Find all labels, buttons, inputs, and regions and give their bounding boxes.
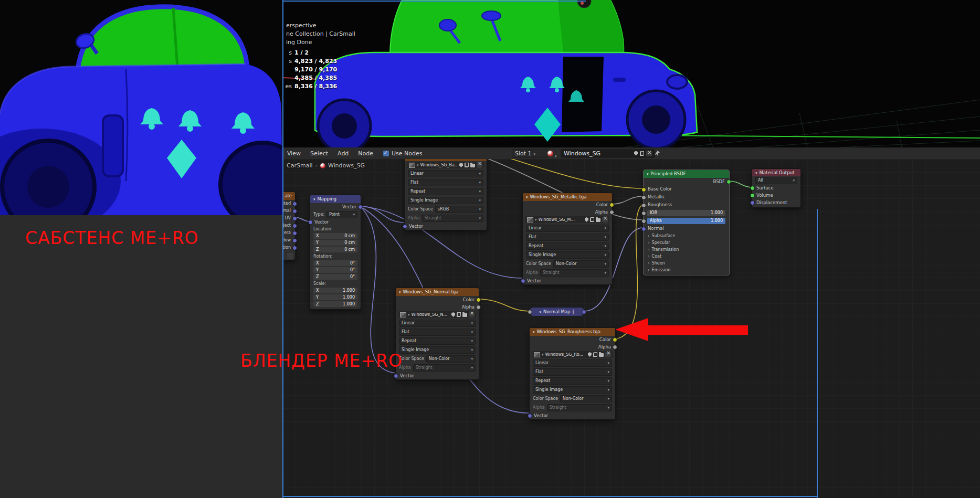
socket-vector-in[interactable] xyxy=(394,374,398,378)
extension-select[interactable]: Repeat xyxy=(526,242,609,250)
material-browse-icon[interactable] xyxy=(547,151,553,156)
section-sheen[interactable]: Sheen xyxy=(644,260,729,267)
chevron-down-icon[interactable] xyxy=(542,353,544,357)
node-normal-map[interactable]: Normal Map xyxy=(529,307,585,316)
extension-select[interactable]: Repeat xyxy=(399,337,476,345)
collapse-caret-icon[interactable] xyxy=(540,309,542,314)
menu-select[interactable]: Select xyxy=(305,150,333,157)
color-space-select[interactable]: Non-Color xyxy=(553,260,609,268)
source-select[interactable]: Single Image xyxy=(399,346,476,354)
node-mapping[interactable]: Mapping Vector Type: Point Vector Locati… xyxy=(310,195,361,310)
socket-alpha-in[interactable] xyxy=(641,219,646,224)
fake-user-icon[interactable] xyxy=(459,163,463,167)
collapse-caret-icon[interactable] xyxy=(399,290,401,294)
section-subsurface[interactable]: Subsurface xyxy=(644,232,729,239)
copy-icon[interactable] xyxy=(593,352,597,357)
copy-icon[interactable] xyxy=(457,312,461,317)
section-emission[interactable]: Emission xyxy=(644,267,729,273)
socket-out[interactable] xyxy=(292,246,297,250)
node-image-texture-metallic[interactable]: Windows_SG_Metallic.tga Color Alpha Wind… xyxy=(522,193,613,285)
menu-add[interactable]: Add xyxy=(333,150,353,157)
socket-out[interactable] xyxy=(292,202,297,206)
socket-volume-in[interactable] xyxy=(750,193,755,198)
use-nodes-checkbox[interactable] xyxy=(383,151,389,156)
shader-node-editor[interactable]: CarSmall Windows_SG xyxy=(282,159,980,498)
open-folder-icon[interactable] xyxy=(599,353,604,357)
node-header[interactable]: Mapping xyxy=(310,195,361,203)
node-image-texture-basecolor[interactable]: Windows_SG_Ba... Linear Flat Repeat Sing… xyxy=(404,159,487,230)
projection-select[interactable]: Flat xyxy=(408,179,483,186)
image-name[interactable]: Windows_SG_M... xyxy=(539,218,583,222)
chevron-down-icon[interactable] xyxy=(555,152,557,159)
copy-icon[interactable] xyxy=(465,163,469,167)
source-select[interactable]: Single Image xyxy=(526,251,609,259)
node-image-texture-normal[interactable]: Windows_SG_Normal.tga Color Alpha Window… xyxy=(395,288,479,380)
projection-select[interactable]: Flat xyxy=(399,329,476,336)
section-specular[interactable]: Specular xyxy=(644,239,729,246)
color-space-select[interactable]: Non-Color xyxy=(560,395,612,402)
socket-out[interactable] xyxy=(292,231,297,236)
unlink-icon[interactable] xyxy=(469,312,475,317)
3d-viewport[interactable]: erspective ne Collection | CarSmall ing … xyxy=(282,0,980,147)
menu-node[interactable]: Node xyxy=(353,150,378,157)
node-image-texture-roughness[interactable]: Windows_SG_Roughness.tga Color Alpha Win… xyxy=(529,327,616,420)
unlink-icon[interactable] xyxy=(605,352,611,357)
extension-select[interactable]: Repeat xyxy=(408,188,483,195)
alpha-select[interactable]: Straight xyxy=(413,364,476,372)
socket-alpha-out[interactable] xyxy=(613,345,617,349)
socket-out[interactable] xyxy=(292,209,297,214)
socket-normal-out[interactable] xyxy=(582,310,586,314)
node-header[interactable]: Windows_SG_Normal.tga xyxy=(396,288,479,296)
output-target-select[interactable]: All xyxy=(755,177,797,184)
alpha-field[interactable]: Alpha1.000 xyxy=(644,217,729,225)
socket-ior-in[interactable] xyxy=(641,211,646,216)
menu-view[interactable]: View xyxy=(282,150,305,157)
open-folder-icon[interactable] xyxy=(462,313,467,317)
node-material-output[interactable]: Material Output All Surface Volume Displ… xyxy=(752,168,801,208)
unlink-material-icon[interactable] xyxy=(646,151,652,156)
fake-user-icon[interactable] xyxy=(588,352,592,357)
collapse-caret-icon[interactable] xyxy=(533,330,535,334)
unlink-icon[interactable] xyxy=(477,162,482,168)
image-name[interactable]: Windows_SG_Ba... xyxy=(420,163,458,167)
socket-normal-in[interactable] xyxy=(641,227,646,231)
socket-vector-in[interactable] xyxy=(528,414,532,418)
location-x-field[interactable]: X0 cm xyxy=(310,232,361,239)
eyedropper-icon[interactable] xyxy=(287,253,293,259)
collapse-caret-icon[interactable] xyxy=(313,197,315,202)
socket-alpha-out[interactable] xyxy=(609,210,614,215)
fake-user-icon[interactable] xyxy=(634,151,638,156)
node-header[interactable]: Windows_SG_Metallic.tga xyxy=(523,193,612,201)
socket-roughness-in[interactable] xyxy=(641,203,646,208)
node-header[interactable] xyxy=(405,159,487,161)
pin-icon[interactable] xyxy=(654,150,660,156)
scale-x-field[interactable]: X1.000 xyxy=(310,287,361,294)
image-selector[interactable]: Windows_SG_M... xyxy=(525,216,609,223)
collapse-caret-icon[interactable] xyxy=(526,195,528,199)
section-transmission[interactable]: Transmission xyxy=(644,246,729,253)
material-name-field[interactable]: Windows_SG xyxy=(561,149,655,158)
socket-color-out[interactable] xyxy=(609,203,614,207)
socket-vector-in[interactable] xyxy=(403,224,407,229)
color-space-select[interactable]: sRGB xyxy=(435,206,483,213)
fake-user-icon[interactable] xyxy=(451,312,455,317)
interpolation-select[interactable]: Linear xyxy=(526,225,609,232)
extension-select[interactable]: Repeat xyxy=(533,377,612,385)
image-selector[interactable]: Windows_SG_N... xyxy=(398,311,476,318)
location-y-field[interactable]: Y0 cm xyxy=(310,239,361,246)
location-z-field[interactable]: Z0 cm xyxy=(310,246,361,253)
socket-out[interactable] xyxy=(292,224,297,228)
scale-y-field[interactable]: Y1.000 xyxy=(310,294,361,301)
rotation-x-field[interactable]: X0° xyxy=(310,260,361,267)
image-name[interactable]: Windows_SG_N... xyxy=(412,313,450,317)
socket-bsdf-out[interactable] xyxy=(726,179,731,184)
socket-strength-in[interactable] xyxy=(528,310,532,314)
chevron-down-icon[interactable] xyxy=(535,218,537,222)
ior-field[interactable]: IOR1.000 xyxy=(644,209,729,217)
socket-out[interactable] xyxy=(292,238,297,243)
socket-alpha-out[interactable] xyxy=(476,305,481,310)
alpha-select[interactable]: Straight xyxy=(422,215,483,222)
socket-out[interactable] xyxy=(292,216,297,221)
socket-base-color-in[interactable] xyxy=(641,187,646,192)
node-principled-bsdf[interactable]: Principled BSDF BSDF Base Color Metallic… xyxy=(643,169,730,276)
